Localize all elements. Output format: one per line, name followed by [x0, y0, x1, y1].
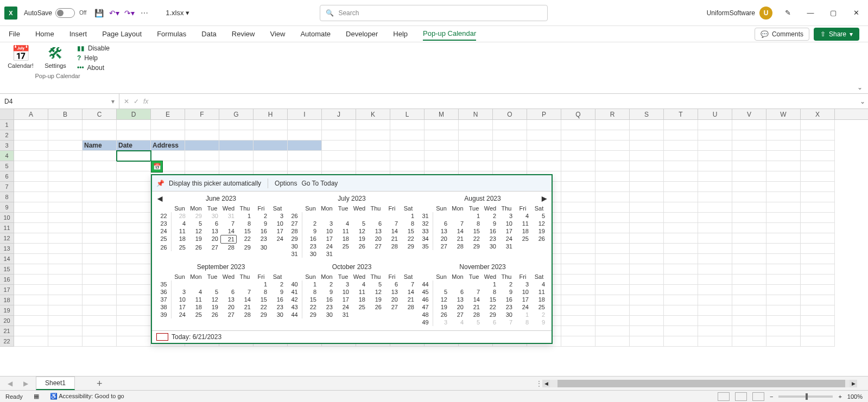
cell[interactable]	[48, 305, 83, 316]
scroll-thumb[interactable]	[557, 380, 845, 387]
cell[interactable]	[322, 151, 356, 161]
cell[interactable]	[493, 120, 527, 130]
cell[interactable]	[117, 316, 151, 326]
calendar-day[interactable]: 26	[188, 244, 204, 251]
cell[interactable]	[219, 161, 254, 171]
cell[interactable]	[493, 151, 527, 161]
cell[interactable]	[117, 285, 151, 295]
cell[interactable]	[630, 171, 664, 182]
row-header[interactable]: 14	[0, 254, 14, 264]
cell[interactable]	[322, 161, 356, 171]
calendar-day[interactable]: 14	[466, 296, 482, 303]
cell[interactable]	[766, 130, 801, 141]
cell[interactable]	[117, 305, 151, 316]
cell[interactable]	[561, 223, 595, 233]
calendar-day[interactable]: 24	[498, 235, 515, 243]
cell[interactable]	[48, 130, 83, 141]
calendar-day[interactable]: 3	[269, 212, 286, 220]
calendar-day[interactable]: 10	[269, 220, 286, 227]
cell[interactable]	[151, 130, 185, 141]
calendar-day[interactable]: 15	[237, 227, 253, 235]
cell[interactable]	[254, 130, 288, 141]
calendar-day[interactable]: 13	[368, 227, 384, 235]
calendar-day[interactable]: 3	[319, 220, 335, 227]
cell[interactable]	[766, 120, 801, 130]
cell[interactable]	[801, 295, 835, 305]
cell[interactable]	[322, 130, 356, 141]
prev-months-icon[interactable]: ◀	[156, 195, 163, 202]
calendar-day[interactable]: 25	[335, 243, 351, 250]
calendar-day[interactable]: 9	[498, 288, 515, 296]
cell[interactable]	[527, 151, 561, 161]
row-header[interactable]: 17	[0, 285, 14, 295]
qat-customize-icon[interactable]: ⋯	[140, 8, 149, 18]
calendar-day[interactable]: 25	[172, 244, 188, 251]
calendar-day[interactable]: 15	[466, 227, 482, 235]
cell[interactable]	[698, 141, 732, 151]
row-header[interactable]: 16	[0, 275, 14, 285]
cell[interactable]	[83, 316, 117, 326]
calendar-day[interactable]: 11	[188, 296, 204, 303]
row-header[interactable]: 22	[0, 336, 14, 347]
cell[interactable]	[83, 275, 117, 285]
cell[interactable]	[595, 213, 630, 223]
cell[interactable]	[14, 130, 48, 141]
cell[interactable]	[766, 305, 801, 316]
sheet-nav-prev-icon[interactable]: ◀	[8, 380, 12, 387]
calendar-day[interactable]: 22	[466, 235, 482, 243]
calendar-day[interactable]: 10	[319, 227, 335, 235]
cell[interactable]	[766, 264, 801, 275]
enter-icon[interactable]: ✓	[134, 98, 139, 105]
cell[interactable]	[698, 161, 732, 171]
cell[interactable]	[801, 275, 835, 285]
cell[interactable]	[732, 130, 766, 141]
cancel-icon[interactable]: ✕	[124, 98, 129, 105]
cell[interactable]	[14, 244, 48, 254]
calendar-day[interactable]: 20	[384, 296, 400, 303]
calendar-day[interactable]: 8	[237, 220, 253, 227]
calendar-day[interactable]: 26	[368, 303, 384, 311]
calendar-day[interactable]: 12	[433, 296, 449, 303]
cell[interactable]	[185, 161, 219, 171]
cell[interactable]	[185, 151, 219, 161]
cell[interactable]	[766, 223, 801, 233]
calendar-day[interactable]: 9	[269, 288, 286, 296]
calendar-day[interactable]: 14	[220, 227, 237, 235]
calendar-day[interactable]: 21	[384, 235, 400, 243]
cell[interactable]	[766, 141, 801, 151]
cell[interactable]	[664, 192, 698, 202]
calendar-day[interactable]: 16	[498, 296, 515, 303]
calendar-day[interactable]: 19	[188, 235, 204, 244]
cell[interactable]	[698, 130, 732, 141]
column-header[interactable]: S	[630, 109, 664, 119]
row-header[interactable]: 2	[0, 130, 14, 141]
cell[interactable]	[732, 213, 766, 223]
column-header[interactable]: D	[117, 109, 151, 119]
row-header[interactable]: 7	[0, 182, 14, 192]
calendar-day[interactable]: 11	[531, 288, 547, 296]
cell[interactable]	[48, 182, 83, 192]
cell[interactable]	[664, 130, 698, 141]
cell[interactable]	[630, 305, 664, 316]
calendar-day[interactable]: 10	[172, 296, 188, 303]
help-button[interactable]: ? Help	[77, 54, 110, 62]
cell[interactable]	[664, 316, 698, 326]
cell[interactable]	[801, 182, 835, 192]
expand-formula-bar-icon[interactable]: ⌄	[857, 98, 868, 105]
cell[interactable]	[83, 305, 117, 316]
minimize-icon[interactable]: —	[803, 5, 818, 21]
cell[interactable]	[801, 161, 835, 171]
cell[interactable]	[117, 295, 151, 305]
cell[interactable]	[527, 161, 561, 171]
cell[interactable]	[459, 161, 493, 171]
cell[interactable]	[664, 223, 698, 233]
cell[interactable]	[14, 233, 48, 244]
cell[interactable]	[561, 120, 595, 130]
cell[interactable]	[630, 161, 664, 171]
cell[interactable]	[117, 264, 151, 275]
cell[interactable]	[698, 254, 732, 264]
calendar-day[interactable]: 30	[253, 244, 269, 251]
calendar-day[interactable]: 23	[302, 243, 319, 250]
cell[interactable]	[630, 233, 664, 244]
cell[interactable]	[527, 120, 561, 130]
